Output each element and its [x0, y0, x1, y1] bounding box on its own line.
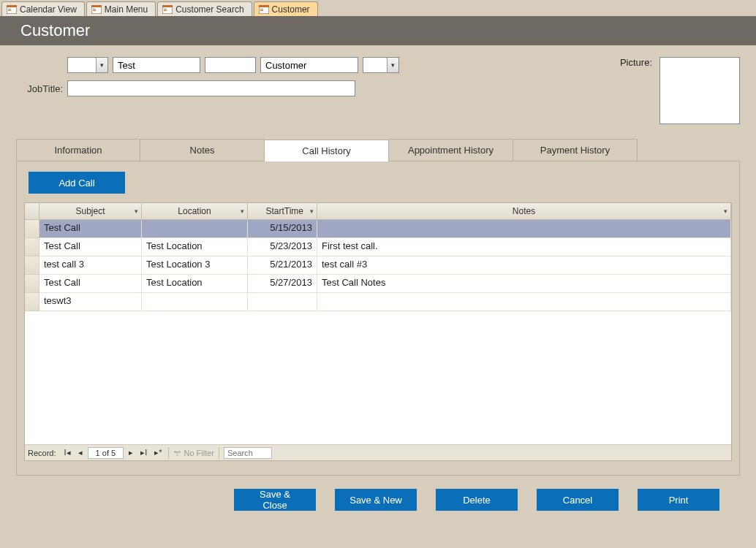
doc-tab-label: Customer: [272, 4, 310, 15]
row-selector[interactable]: [25, 293, 39, 311]
nav-prev-button[interactable]: ◂: [76, 448, 85, 457]
form-icon: [259, 5, 269, 14]
row-selector-header[interactable]: [25, 203, 39, 219]
nav-last-button[interactable]: ▸I: [138, 448, 149, 457]
prefix-combo[interactable]: [67, 57, 108, 73]
svg-rect-10: [164, 9, 167, 9]
cell-subject[interactable]: test call 3: [39, 256, 142, 275]
chevron-down-icon[interactable]: ▾: [135, 208, 138, 215]
form-icon: [7, 5, 17, 14]
table-row[interactable]: Test CallTest Location5/23/2013First tes…: [25, 238, 731, 256]
subtab-strip: Information Notes Call History Appointme…: [16, 139, 740, 161]
tab-notes[interactable]: Notes: [140, 139, 265, 161]
doc-tab-customer[interactable]: Customer: [254, 1, 318, 16]
row-selector[interactable]: [25, 238, 39, 256]
page-header: Customer: [0, 16, 756, 45]
chevron-down-icon[interactable]: [96, 58, 107, 72]
svg-rect-11: [164, 10, 167, 11]
first-name-field[interactable]: [113, 57, 200, 73]
col-header-starttime[interactable]: StartTime ▾: [248, 203, 317, 219]
cell-location[interactable]: Test Location: [142, 238, 248, 256]
picture-label: Picture:: [620, 57, 652, 68]
cell-subject[interactable]: Test Call: [39, 275, 142, 293]
svg-rect-6: [93, 9, 96, 9]
table-row[interactable]: teswt3: [25, 293, 731, 311]
record-counter: 1 of 5: [88, 447, 124, 459]
doc-tab-label: Customer Search: [175, 4, 243, 15]
filter-icon: 🝖: [173, 449, 181, 457]
cell-notes[interactable]: First test call.: [317, 238, 731, 256]
cell-notes[interactable]: [317, 220, 731, 238]
cancel-button[interactable]: Cancel: [537, 489, 619, 511]
nav-new-button[interactable]: ▸*: [152, 448, 164, 457]
record-label: Record:: [28, 449, 56, 457]
svg-rect-13: [259, 5, 269, 7]
cell-notes[interactable]: test call #3: [317, 256, 731, 275]
doc-tab-calendar-view[interactable]: Calendar View: [1, 1, 85, 16]
grid-body[interactable]: Test Call5/15/2013Test CallTest Location…: [25, 220, 731, 444]
save-new-button[interactable]: Save & New: [335, 489, 417, 511]
cell-start[interactable]: 5/21/2013: [248, 256, 317, 275]
cell-location[interactable]: [142, 220, 248, 238]
cell-notes[interactable]: [317, 293, 731, 311]
cell-start[interactable]: [248, 293, 317, 311]
svg-rect-9: [162, 5, 173, 7]
jobtitle-label: JobTitle:: [16, 83, 63, 94]
cell-subject[interactable]: Test Call: [39, 238, 142, 256]
doc-tab-main-menu[interactable]: Main Menu: [86, 1, 156, 16]
delete-button[interactable]: Delete: [436, 489, 518, 511]
cell-start[interactable]: 5/23/2013: [248, 238, 317, 256]
svg-rect-7: [93, 10, 96, 11]
chevron-down-icon[interactable]: ▾: [724, 208, 727, 215]
jobtitle-field[interactable]: [67, 80, 355, 96]
add-call-button[interactable]: Add Call: [29, 172, 125, 194]
form-icon: [91, 5, 102, 14]
svg-rect-2: [8, 9, 11, 9]
col-header-subject[interactable]: Subject ▾: [39, 203, 142, 219]
middle-name-field[interactable]: [205, 57, 256, 73]
svg-rect-1: [7, 5, 17, 7]
cell-location[interactable]: Test Location 3: [142, 256, 248, 275]
svg-rect-14: [260, 9, 263, 9]
table-row[interactable]: Test CallTest Location5/27/2013Test Call…: [25, 275, 731, 293]
cell-location[interactable]: Test Location: [142, 275, 248, 293]
svg-rect-5: [91, 5, 102, 7]
record-search-input[interactable]: [224, 447, 272, 459]
cell-location[interactable]: [142, 293, 248, 311]
table-row[interactable]: test call 3Test Location 35/21/2013test …: [25, 256, 731, 275]
cell-subject[interactable]: teswt3: [39, 293, 142, 311]
calls-grid: Subject ▾ Location ▾ StartTime ▾ Notes ▾…: [24, 202, 732, 461]
record-navigator: Record: I◂ ◂ 1 of 5 ▸ ▸I ▸* 🝖 No Filter: [25, 444, 731, 460]
table-row[interactable]: Test Call5/15/2013: [25, 220, 731, 238]
tab-appointment-history[interactable]: Appointment History: [389, 139, 513, 161]
picture-box[interactable]: [659, 57, 740, 124]
page-title: Customer: [20, 21, 90, 40]
row-selector[interactable]: [25, 256, 39, 275]
cell-start[interactable]: 5/27/2013: [248, 275, 317, 293]
form-icon: [162, 5, 173, 14]
doc-tab-customer-search[interactable]: Customer Search: [157, 1, 252, 16]
col-header-notes[interactable]: Notes ▾: [317, 203, 731, 219]
chevron-down-icon[interactable]: [387, 58, 398, 72]
doc-tab-label: Main Menu: [105, 4, 148, 15]
cell-notes[interactable]: Test Call Notes: [317, 275, 731, 293]
cell-start[interactable]: 5/15/2013: [248, 220, 317, 238]
row-selector[interactable]: [25, 275, 39, 293]
save-close-button[interactable]: Save & Close: [234, 489, 316, 511]
chevron-down-icon[interactable]: ▾: [310, 208, 314, 215]
suffix-combo[interactable]: [363, 57, 399, 73]
tab-information[interactable]: Information: [16, 139, 140, 161]
row-selector[interactable]: [25, 220, 39, 238]
tab-call-history[interactable]: Call History: [265, 140, 389, 161]
chevron-down-icon[interactable]: ▾: [241, 208, 244, 215]
nav-next-button[interactable]: ▸: [126, 448, 135, 457]
last-name-field[interactable]: [260, 57, 358, 73]
tab-payment-history[interactable]: Payment History: [513, 139, 638, 161]
print-button[interactable]: Print: [638, 489, 719, 511]
grid-header: Subject ▾ Location ▾ StartTime ▾ Notes ▾: [25, 203, 731, 220]
cell-subject[interactable]: Test Call: [39, 220, 142, 238]
col-header-location[interactable]: Location ▾: [142, 203, 248, 219]
nav-first-button[interactable]: I◂: [62, 448, 73, 457]
no-filter-indicator: 🝖 No Filter: [173, 449, 214, 457]
svg-rect-3: [8, 10, 11, 11]
